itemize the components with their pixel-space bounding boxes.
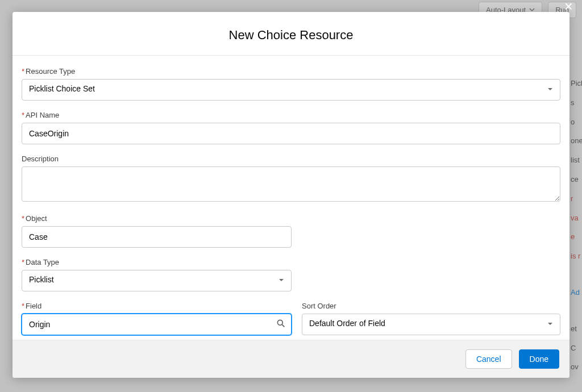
- sort-order-select[interactable]: Default Order of Field: [302, 314, 560, 335]
- modal-body: *Resource Type Picklist Choice Set *API …: [13, 56, 569, 340]
- object-label: *Object: [22, 214, 292, 223]
- api-name-group: *API Name: [22, 111, 560, 144]
- api-name-label: *API Name: [22, 111, 560, 119]
- resource-type-select[interactable]: Picklist Choice Set: [22, 79, 560, 101]
- sort-order-group: Sort Order Default Order of Field: [302, 302, 560, 335]
- object-group: *Object: [22, 214, 292, 248]
- modal-footer: Cancel Done: [13, 340, 569, 378]
- resource-type-label: *Resource Type: [22, 67, 560, 76]
- object-input[interactable]: [22, 226, 292, 248]
- field-input[interactable]: [22, 314, 292, 335]
- required-mark: *: [22, 302, 24, 310]
- required-mark: *: [22, 67, 24, 76]
- field-label: *Field: [22, 302, 292, 310]
- modal-title: New Choice Resource: [13, 28, 569, 43]
- description-label: Description: [22, 155, 560, 163]
- data-type-group: *Data Type Picklist: [22, 258, 292, 291]
- modal-header: New Choice Resource: [13, 12, 569, 56]
- new-choice-resource-modal: New Choice Resource *Resource Type Pickl…: [13, 12, 569, 378]
- field-group: *Field: [22, 302, 292, 335]
- description-textarea[interactable]: [22, 166, 560, 202]
- required-mark: *: [22, 214, 24, 223]
- api-name-input[interactable]: [22, 123, 560, 144]
- data-type-select[interactable]: Picklist: [22, 270, 292, 291]
- description-group: Description: [22, 155, 560, 204]
- required-mark: *: [22, 111, 24, 119]
- required-mark: *: [22, 258, 24, 266]
- resource-type-group: *Resource Type Picklist Choice Set: [22, 67, 560, 101]
- done-button[interactable]: Done: [519, 349, 559, 369]
- data-type-label: *Data Type: [22, 258, 292, 266]
- cancel-button[interactable]: Cancel: [465, 349, 512, 369]
- sort-order-label: Sort Order: [302, 302, 560, 310]
